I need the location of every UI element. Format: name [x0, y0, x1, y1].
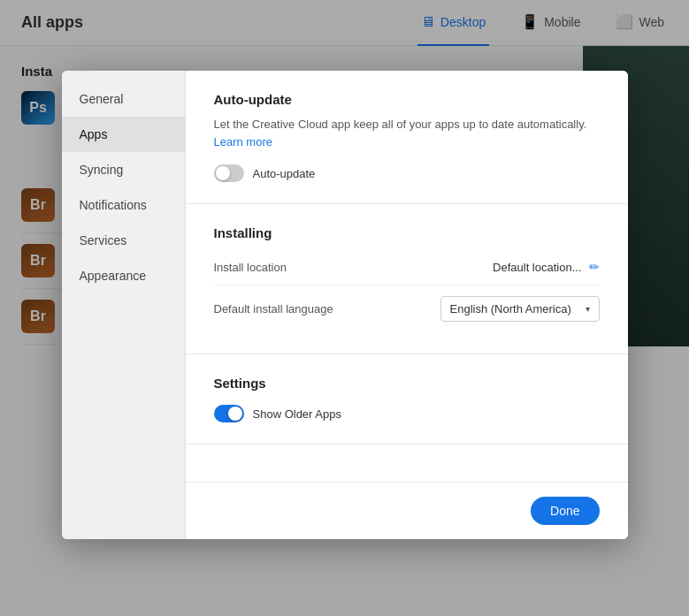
installing-section: Installing Install location Default loca… [186, 204, 628, 354]
modal-content-area: Auto-update Let the Creative Cloud app k… [186, 71, 628, 539]
install-location-label: Install location [214, 261, 287, 274]
install-location-row: Install location Default location... ✏ [214, 249, 600, 285]
install-location-value-group: Default location... ✏ [493, 260, 599, 274]
installing-heading: Installing [214, 225, 600, 240]
sidebar-item-services[interactable]: Services [62, 223, 185, 258]
language-dropdown[interactable]: English (North America) ▾ [440, 296, 600, 322]
auto-update-heading: Auto-update [214, 92, 600, 107]
toggle-knob [216, 166, 230, 180]
modal-overlay: General Apps Syncing Notifications Servi… [0, 0, 689, 616]
show-older-apps-row: Show Older Apps [214, 405, 600, 422]
settings-heading: Settings [214, 376, 600, 391]
install-language-label: Default install language [214, 302, 333, 316]
install-location-value: Default location... [493, 261, 581, 274]
modal-footer: Done [186, 482, 628, 539]
spacer [186, 445, 628, 482]
sidebar-item-apps[interactable]: Apps [62, 117, 185, 152]
auto-update-label: Auto-update [253, 167, 316, 180]
settings-modal: General Apps Syncing Notifications Servi… [62, 71, 628, 539]
auto-update-description: Let the Creative Cloud app keep all of y… [214, 116, 600, 150]
toggle-knob-older [228, 407, 242, 421]
show-older-apps-toggle[interactable] [214, 405, 244, 422]
auto-update-toggle-row: Auto-update [214, 164, 600, 182]
edit-icon[interactable]: ✏ [589, 260, 600, 274]
sidebar-item-syncing[interactable]: Syncing [62, 152, 185, 187]
chevron-down-icon: ▾ [586, 304, 590, 314]
settings-section: Settings Show Older Apps [186, 354, 628, 445]
show-older-apps-label: Show Older Apps [253, 407, 341, 421]
sidebar-item-general[interactable]: General [62, 81, 185, 117]
modal-sidebar: General Apps Syncing Notifications Servi… [62, 71, 186, 539]
install-language-row: Default install language English (North … [214, 285, 600, 332]
auto-update-section: Auto-update Let the Creative Cloud app k… [186, 71, 628, 204]
language-value: English (North America) [450, 302, 571, 316]
learn-more-link[interactable]: Learn more [214, 135, 272, 148]
done-button[interactable]: Done [531, 497, 599, 525]
sidebar-item-notifications[interactable]: Notifications [62, 187, 185, 223]
sidebar-item-appearance[interactable]: Appearance [62, 258, 185, 293]
auto-update-toggle[interactable] [214, 164, 244, 182]
